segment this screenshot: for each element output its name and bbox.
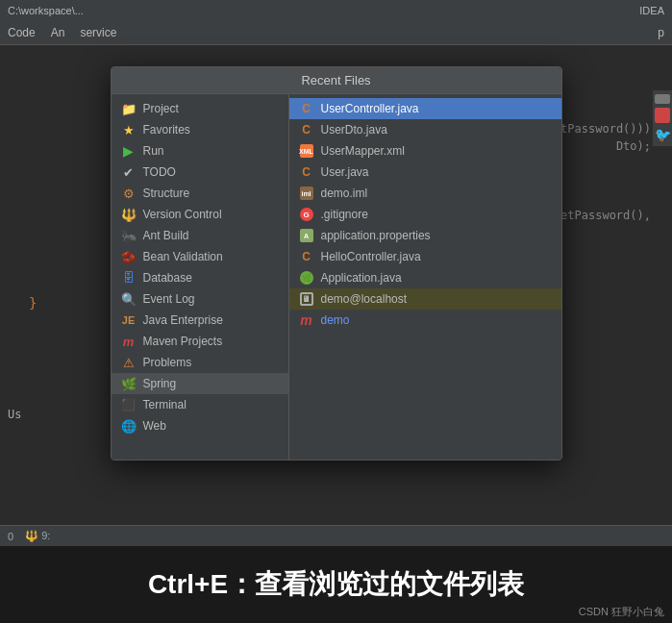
sidebar-item-ant[interactable]: 🐜 Ant Build	[112, 225, 288, 246]
file-label-app-properties: application.properties	[321, 229, 431, 242]
java-ent-icon: JE	[121, 312, 137, 328]
recent-files-dialog: Recent Files 📁 Project ★ Favorites ▶ R	[111, 66, 562, 461]
file-item-user-java[interactable]: C User.java	[289, 162, 561, 183]
bean-icon: 🫘	[121, 249, 137, 264]
db-file-icon: 🖥	[299, 291, 314, 307]
sidebar-item-todo[interactable]: ✔ TODO	[112, 162, 288, 183]
right-panel: C UserController.java C UserDto.java XML…	[289, 94, 561, 460]
sidebar-item-web[interactable]: 🌐 Web	[112, 415, 288, 436]
file-label-application-java: Application.java	[321, 271, 402, 285]
sidebar-label-structure: Structure	[143, 187, 190, 200]
caption-bar: Ctrl+E：查看浏览过的文件列表 CSDN 狂野小白兔	[0, 546, 672, 623]
event-icon: 🔍	[121, 291, 137, 307]
run-icon: ▶	[121, 143, 137, 159]
folder-icon: 📁	[121, 101, 137, 116]
sidebar-item-terminal[interactable]: ⬛ Terminal	[112, 394, 288, 415]
terminal-icon: ⬛	[121, 397, 137, 412]
sidebar-label-favorites: Favorites	[143, 123, 190, 137]
file-item-user-controller[interactable]: C UserController.java	[289, 98, 561, 119]
database-icon: 🗄	[121, 270, 137, 286]
file-item-application-java[interactable]: 🌿 Application.java	[289, 267, 561, 288]
file-item-demo-localhost[interactable]: 🖥 demo@localhost	[289, 288, 561, 310]
sidebar-item-event-log[interactable]: 🔍 Event Log	[112, 288, 288, 310]
sidebar-item-maven[interactable]: m Maven Projects	[112, 331, 288, 352]
file-item-app-properties[interactable]: A application.properties	[289, 225, 561, 246]
file-label-demo-maven: demo	[321, 313, 350, 327]
sidebar-item-bean[interactable]: 🫘 Bean Validation	[112, 246, 288, 267]
sidebar-label-vcs: Version Control	[143, 208, 222, 221]
xml-file-icon: XML	[299, 143, 314, 159]
todo-icon: ✔	[121, 164, 137, 180]
file-label-demo-localhost: demo@localhost	[321, 292, 408, 306]
structure-icon: ⚙	[121, 186, 137, 201]
sidebar-item-spring[interactable]: 🌿 Spring	[112, 373, 288, 394]
sidebar-item-project[interactable]: 📁 Project	[112, 98, 288, 119]
file-label-user-controller: UserController.java	[321, 102, 419, 115]
sidebar-item-vcs[interactable]: 🔱 Version Control	[112, 204, 288, 225]
sidebar-label-problems: Problems	[143, 356, 192, 369]
sidebar-label-terminal: Terminal	[143, 398, 187, 411]
c-file-icon: C	[299, 101, 314, 116]
dialog-overlay: Recent Files 📁 Project ★ Favorites ▶ R	[0, 0, 672, 546]
sidebar-item-run[interactable]: ▶ Run	[112, 140, 288, 162]
caption-text: Ctrl+E：查看浏览过的文件列表	[148, 567, 524, 602]
c-file-icon-2: C	[299, 122, 314, 137]
file-item-demo-maven[interactable]: m demo	[289, 310, 561, 331]
sidebar-label-ant: Ant Build	[143, 229, 189, 242]
dialog-body: 📁 Project ★ Favorites ▶ Run ✔ TODO	[112, 94, 561, 460]
properties-file-icon: A	[299, 228, 314, 243]
file-label-hello-controller: HelloController.java	[321, 250, 421, 263]
sidebar-label-spring: Spring	[143, 377, 177, 390]
file-label-user-mapper: UserMapper.xml	[321, 144, 405, 158]
sidebar-label-database: Database	[143, 271, 192, 285]
file-label-user-java: User.java	[321, 165, 369, 179]
sidebar-item-database[interactable]: 🗄 Database	[112, 267, 288, 288]
sidebar-label-bean: Bean Validation	[143, 250, 223, 263]
file-item-hello-controller[interactable]: C HelloController.java	[289, 246, 561, 267]
sidebar-label-java-enterprise: Java Enterprise	[143, 313, 223, 327]
sidebar-label-run: Run	[143, 144, 164, 158]
git-file-icon: G	[299, 207, 314, 222]
ant-icon: 🐜	[121, 228, 137, 243]
maven-icon: m	[121, 334, 137, 349]
sidebar-label-event-log: Event Log	[143, 292, 195, 306]
file-label-gitignore: .gitignore	[321, 208, 368, 221]
left-panel: 📁 Project ★ Favorites ▶ Run ✔ TODO	[112, 94, 289, 460]
web-icon: 🌐	[121, 418, 137, 434]
sidebar-label-maven: Maven Projects	[143, 335, 223, 348]
vcs-icon: 🔱	[121, 207, 137, 222]
iml-file-icon: iml	[299, 186, 314, 201]
file-item-user-dto[interactable]: C UserDto.java	[289, 119, 561, 140]
spring-file-icon: 🌿	[299, 270, 314, 286]
file-label-user-dto: UserDto.java	[321, 123, 387, 137]
sidebar-item-problems[interactable]: ⚠ Problems	[112, 352, 288, 373]
c-file-icon-4: C	[299, 249, 314, 264]
sidebar-label-todo: TODO	[143, 165, 176, 179]
sidebar-item-favorites[interactable]: ★ Favorites	[112, 119, 288, 140]
star-icon: ★	[121, 122, 137, 137]
file-item-user-mapper[interactable]: XML UserMapper.xml	[289, 140, 561, 162]
sidebar-label-web: Web	[143, 419, 166, 433]
file-item-gitignore[interactable]: G .gitignore	[289, 204, 561, 225]
file-label-demo-iml: demo.iml	[321, 187, 368, 200]
maven-file-icon: m	[299, 312, 314, 328]
spring-icon: 🌿	[121, 376, 137, 391]
caption-brand: CSDN 狂野小白兔	[579, 605, 664, 619]
file-item-demo-iml[interactable]: iml demo.iml	[289, 183, 561, 204]
sidebar-label-project: Project	[143, 102, 179, 115]
c-file-icon-3: C	[299, 164, 314, 180]
problems-icon: ⚠	[121, 355, 137, 370]
dialog-title: Recent Files	[112, 67, 561, 94]
sidebar-item-structure[interactable]: ⚙ Structure	[112, 183, 288, 204]
sidebar-item-java-enterprise[interactable]: JE Java Enterprise	[112, 310, 288, 331]
